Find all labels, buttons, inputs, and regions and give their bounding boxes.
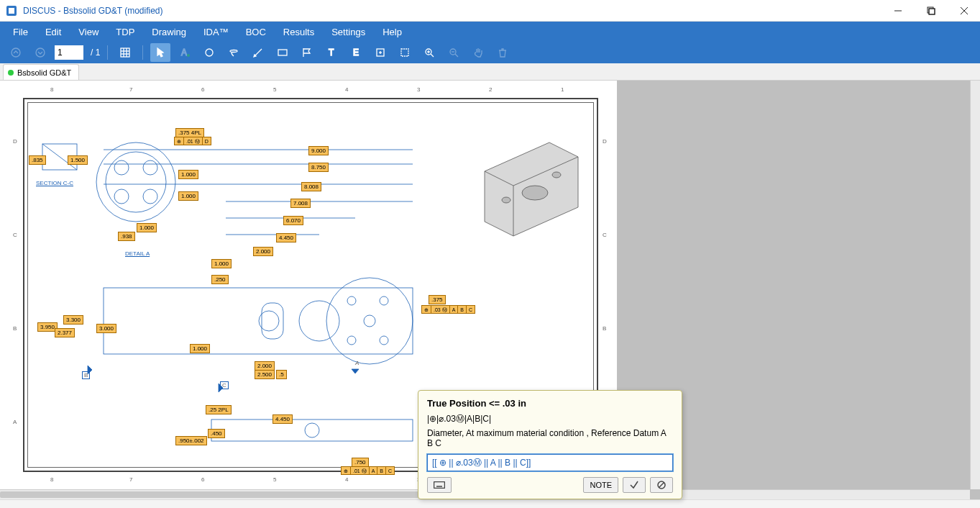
line-button[interactable] xyxy=(248,43,268,62)
callout[interactable]: 2.000 xyxy=(253,247,273,256)
text-e-button[interactable]: E xyxy=(346,43,366,62)
menubar: File Edit View TDP Drawing IDA™ BOC Resu… xyxy=(0,22,980,42)
pointer-button[interactable] xyxy=(150,43,170,62)
callout[interactable]: 6.070 xyxy=(283,216,303,225)
callout[interactable]: 2.377 xyxy=(55,328,75,337)
zone-left: A xyxy=(13,419,17,425)
callout[interactable]: .938 xyxy=(118,232,135,241)
window-title: DISCUS - Bsbsolid GD&T (modified) xyxy=(23,6,888,16)
zone-right: D xyxy=(603,138,607,145)
zone-top: 5 xyxy=(273,86,276,93)
maximize-button[interactable] xyxy=(921,3,941,19)
callout[interactable]: 1.000 xyxy=(178,191,198,201)
svg-point-50 xyxy=(364,315,375,327)
menu-edit[interactable]: Edit xyxy=(38,24,68,40)
zone-bottom: 8 xyxy=(50,476,53,483)
circle-button[interactable] xyxy=(199,43,219,62)
callout[interactable]: 1.000 xyxy=(211,259,232,268)
vertical-scrollbar[interactable] xyxy=(970,81,980,489)
cancel-button[interactable] xyxy=(650,477,673,493)
callout[interactable]: 1.500 xyxy=(68,155,88,165)
close-button[interactable] xyxy=(954,3,974,19)
callout[interactable]: .835 xyxy=(29,155,46,165)
fcf-callout[interactable]: ⊕.01 ⓂABC xyxy=(341,466,395,475)
svg-point-17 xyxy=(206,49,213,56)
callout[interactable]: 1.000 xyxy=(137,223,157,232)
lasso-button[interactable] xyxy=(224,43,244,62)
svg-point-59 xyxy=(522,186,548,200)
zone-top: 6 xyxy=(201,86,204,93)
datum-c: C xyxy=(220,381,229,389)
svg-point-60 xyxy=(552,172,561,178)
fcf-callout-selected[interactable]: ⊕.03 ⓂABC xyxy=(421,305,475,314)
accept-button[interactable] xyxy=(623,477,646,493)
text-t-button[interactable]: T xyxy=(321,43,342,62)
callout[interactable]: 8.750 xyxy=(308,163,329,172)
document-tab[interactable]: Bsbsolid GD&T xyxy=(3,64,79,80)
zone-left: D xyxy=(13,138,17,145)
zone-bottom: 6 xyxy=(201,476,204,483)
menu-help[interactable]: Help xyxy=(375,24,409,40)
flag-button[interactable] xyxy=(297,43,317,62)
zone-bottom: 5 xyxy=(273,476,276,483)
callout[interactable]: 4.450 xyxy=(276,233,296,242)
callout[interactable]: 7.008 xyxy=(290,199,311,208)
zone-top: 8 xyxy=(50,86,53,93)
page-total: / 1 xyxy=(91,47,100,58)
page-input[interactable] xyxy=(55,45,83,60)
fit-button[interactable] xyxy=(370,43,390,62)
zone-top: 7 xyxy=(129,86,132,93)
menu-file[interactable]: File xyxy=(6,24,35,40)
workspace: 8 7 6 5 4 3 2 1 8 7 6 5 4 3 2 1 D C B A … xyxy=(0,81,980,499)
keyboard-button[interactable] xyxy=(427,477,452,493)
menu-boc[interactable]: BOC xyxy=(239,24,273,40)
zoom-in-button[interactable] xyxy=(419,43,439,62)
menu-tdp[interactable]: TDP xyxy=(109,24,142,40)
zone-top: 1 xyxy=(561,86,564,93)
expression-input[interactable] xyxy=(427,454,673,471)
svg-text:E: E xyxy=(353,47,359,58)
svg-point-9 xyxy=(36,48,45,57)
callout[interactable]: .25 2PL xyxy=(206,405,232,414)
text-a-button[interactable]: A xyxy=(175,43,195,62)
callout[interactable]: .950±.002 xyxy=(175,436,207,445)
svg-point-58 xyxy=(305,423,319,437)
minimize-button[interactable] xyxy=(888,3,908,19)
callout[interactable]: 2.500 xyxy=(255,370,275,379)
callout[interactable]: 3.000 xyxy=(96,324,116,333)
svg-point-40 xyxy=(143,189,157,204)
callout[interactable]: 4.450 xyxy=(273,414,293,424)
callout[interactable]: .5 xyxy=(276,370,287,379)
tab-label: Bsbsolid GD&T xyxy=(17,68,71,77)
svg-point-47 xyxy=(380,296,388,305)
zone-left: C xyxy=(13,232,17,238)
delete-button xyxy=(493,43,513,62)
modified-dot-icon xyxy=(8,70,14,76)
callout[interactable]: 3.300 xyxy=(63,315,83,325)
callout[interactable]: 1.000 xyxy=(190,344,210,353)
menu-results[interactable]: Results xyxy=(276,24,321,40)
svg-point-39 xyxy=(114,189,129,204)
note-button[interactable]: NOTE xyxy=(583,477,618,493)
zone-top: 2 xyxy=(489,86,492,93)
grid-button[interactable] xyxy=(115,43,135,62)
svg-point-46 xyxy=(347,296,356,305)
callout[interactable]: 8.008 xyxy=(301,182,321,191)
menu-settings[interactable]: Settings xyxy=(324,24,372,40)
menu-drawing[interactable]: Drawing xyxy=(145,24,193,40)
svg-line-18 xyxy=(255,49,262,56)
crop-button[interactable] xyxy=(395,43,415,62)
menu-view[interactable]: View xyxy=(71,24,106,40)
callout[interactable]: .250 xyxy=(211,275,229,284)
tabstrip: Bsbsolid GD&T xyxy=(0,63,980,81)
rect-button[interactable] xyxy=(273,43,293,62)
callout[interactable]: .450 xyxy=(208,429,225,438)
callout[interactable]: 9.000 xyxy=(308,146,329,155)
callout[interactable]: 1.000 xyxy=(178,170,198,179)
statusbar xyxy=(0,499,980,508)
fcf-callout[interactable]: ⊕.01 ⓂD xyxy=(174,137,211,145)
zone-top: 3 xyxy=(417,86,420,93)
zone-left: B xyxy=(13,325,17,332)
menu-ida[interactable]: IDA™ xyxy=(196,24,236,40)
callout[interactable]: .375 xyxy=(429,295,446,304)
